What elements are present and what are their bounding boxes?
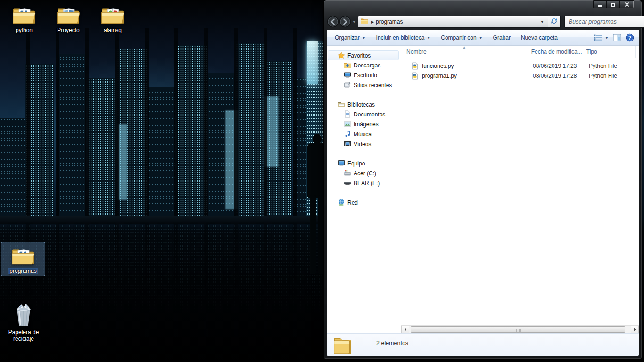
sidebar-item-label: Sitios recientes (354, 82, 392, 89)
sidebar-item-label: Documentos (354, 111, 385, 118)
desktop-icon-programas[interactable]: programas (1, 242, 45, 276)
sidebar-item-label: Favoritos (347, 52, 371, 59)
scrollbar-thumb[interactable] (411, 326, 625, 333)
chevron-down-icon: ▼ (427, 36, 430, 40)
help-button[interactable]: ? (626, 33, 634, 42)
desktop-icon[interactable]: python (2, 1, 46, 35)
desktop-icon-label: alainsq (104, 27, 122, 33)
window-content: Favoritos Descargas Escritorio Sitios re… (327, 46, 639, 333)
sidebar-item[interactable]: BEAR (E:) (327, 178, 401, 188)
file-row[interactable]: funciones.py 08/06/2019 17:23 Python Fil… (401, 61, 639, 71)
desktop-icon[interactable]: Proyecto (46, 1, 91, 35)
preview-pane-button[interactable] (613, 34, 621, 41)
file-list-pane: ▲ Nombre Fecha de modifica... Tipo (401, 46, 639, 333)
wallpaper-window-sill (0, 216, 323, 224)
wallpaper-reflection-mullions (0, 224, 323, 337)
sidebar-item[interactable]: Favoritos (328, 50, 399, 60)
wallpaper-window-mullions (0, 28, 323, 222)
toolbar-button[interactable]: Incluir en biblioteca ▼ (371, 32, 436, 43)
downloads-folder-icon (344, 61, 351, 69)
sidebar-item[interactable]: Imágenes (327, 119, 401, 129)
desktop-icon[interactable]: alainsq (91, 1, 135, 35)
window-controls (594, 0, 634, 8)
sidebar-item[interactable]: Música (327, 129, 401, 139)
desktop: python Proyecto alainsq programas Papele… (0, 0, 644, 362)
sidebar-item[interactable]: Documentos (327, 109, 401, 119)
sidebar-item[interactable]: Sitios recientes (327, 80, 401, 90)
command-bar-right: ▼ ? (594, 33, 636, 42)
sidebar-item-label: Música (354, 131, 372, 138)
search-box[interactable] (564, 16, 644, 28)
sidebar-item[interactable]: Escritorio (327, 70, 401, 80)
scrollbar-track[interactable] (409, 326, 631, 333)
close-button[interactable] (619, 0, 634, 8)
computer-icon (338, 159, 345, 167)
star-icon (338, 52, 345, 59)
refresh-button[interactable] (548, 16, 561, 28)
desktop-icon-label: programas (8, 268, 38, 274)
nav-history-dropdown[interactable]: ▼ (352, 20, 356, 24)
file-row[interactable]: programa1.py 08/06/2019 17:28 Python Fil… (401, 71, 639, 81)
desktop-icons-row: python Proyecto alainsq (2, 1, 135, 35)
toolbar-button[interactable]: Grabar (488, 32, 516, 43)
sidebar-item-label: Vídeos (354, 141, 371, 148)
back-button[interactable] (327, 16, 339, 28)
file-type: Python File (586, 63, 617, 69)
sidebar-item[interactable]: Red (327, 197, 401, 207)
libraries-icon (338, 100, 345, 108)
scroll-right-arrow[interactable] (631, 326, 639, 333)
sidebar-item-label: Red (347, 199, 358, 206)
sidebar-item[interactable]: Equipo (327, 158, 401, 168)
sidebar-item[interactable]: Acer (C:) (327, 168, 401, 178)
videos-icon (344, 140, 351, 148)
sidebar-item-label: Imágenes (354, 121, 379, 128)
command-bar-items: Organizar ▼ Incluir en biblioteca ▼ Comp… (330, 32, 563, 43)
folder-python-icon (11, 4, 37, 25)
toolbar-button[interactable]: Organizar ▼ (330, 32, 371, 43)
file-name: programa1.py (422, 73, 529, 79)
views-dropdown-icon[interactable]: ▼ (605, 36, 609, 40)
toolbar-button[interactable]: Compartir con ▼ (436, 32, 487, 43)
minimize-button[interactable] (593, 0, 607, 8)
file-date: 08/06/2019 17:28 (529, 73, 586, 79)
music-icon (344, 130, 351, 138)
sidebar-item[interactable]: Bibliotecas (327, 99, 401, 109)
breadcrumb-location[interactable]: programas (376, 18, 403, 25)
refresh-icon (551, 17, 558, 26)
column-header-name[interactable]: ▲ Nombre (401, 46, 528, 58)
column-header-date[interactable]: Fecha de modifica... (528, 46, 583, 58)
command-bar: Organizar ▼ Incluir en biblioteca ▼ Comp… (327, 30, 639, 46)
breadcrumb-arrow-icon[interactable]: ▶ (371, 20, 374, 24)
horizontal-scrollbar[interactable] (401, 325, 639, 333)
desktop-monitor-icon (344, 71, 351, 79)
search-input[interactable] (568, 18, 644, 25)
navigation-pane: Favoritos Descargas Escritorio Sitios re… (327, 46, 401, 333)
maximize-button[interactable] (606, 0, 620, 8)
address-dropdown-icon[interactable]: ▼ (539, 20, 545, 24)
folder-python-icon (10, 245, 36, 266)
recycle-bin-icon (11, 300, 36, 328)
address-bar[interactable]: ▶ programas ▼ (358, 16, 548, 28)
sidebar-item[interactable]: Vídeos (327, 139, 401, 149)
file-date: 08/06/2019 17:23 (529, 63, 586, 69)
file-rows: funciones.py 08/06/2019 17:23 Python Fil… (401, 58, 639, 325)
hdd-windows-icon (344, 169, 351, 177)
chevron-down-icon: ▼ (362, 36, 366, 40)
sidebar-item-label: BEAR (E:) (354, 180, 380, 187)
navigation-bar: ▼ ▶ programas ▼ (327, 13, 639, 30)
sidebar-item-label: Acer (C:) (354, 170, 376, 177)
column-headers: ▲ Nombre Fecha de modifica... Tipo (401, 46, 639, 58)
sidebar-item[interactable]: Descargas (327, 60, 401, 70)
forward-button[interactable] (339, 16, 351, 28)
folder-small-icon (361, 17, 368, 26)
toolbar-button[interactable]: Nueva carpeta (516, 32, 563, 43)
column-header-type[interactable]: Tipo (583, 46, 636, 58)
network-icon (338, 198, 345, 206)
views-button[interactable] (594, 34, 602, 41)
sidebar-item-label: Descargas (354, 62, 380, 69)
desktop-icon-recycle-bin[interactable]: Papelera de reciclaje (2, 297, 45, 344)
maximize-icon (611, 3, 615, 7)
scroll-left-arrow[interactable] (401, 326, 409, 333)
file-type: Python File (586, 73, 617, 79)
desktop-icon-label: Papelera de reciclaje (3, 329, 44, 342)
